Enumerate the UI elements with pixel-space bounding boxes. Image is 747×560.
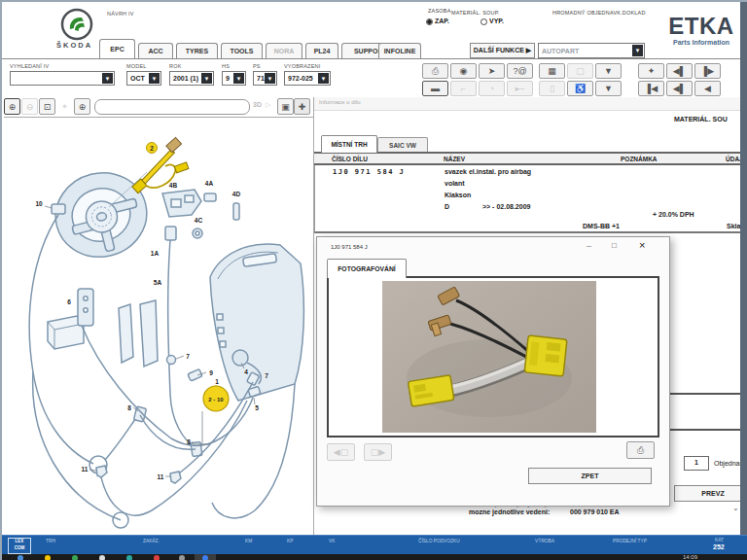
callout-label[interactable]: 7 <box>186 353 190 360</box>
callout-label[interactable]: 4D <box>232 191 241 197</box>
tab-mistni-trh[interactable]: MÍSTNÍ TRH <box>321 135 377 153</box>
taskbar-icon[interactable] <box>202 555 208 560</box>
chevron-down-icon[interactable]: ⌄ <box>732 504 739 512</box>
vyhledani-select[interactable]: ▼ <box>10 71 115 86</box>
page-fwd-button[interactable]: ▐▶ <box>694 63 721 79</box>
tab-tools[interactable]: TOOLS <box>221 43 263 58</box>
taskbar[interactable]: 14:09 <box>2 554 747 560</box>
callout-label[interactable]: 11 <box>158 473 164 480</box>
part-table-row[interactable]: 1J0 971 584 J svazek el.instal. pro airb… <box>314 165 744 233</box>
ps-select[interactable]: 71▼ <box>253 71 277 86</box>
connector-button[interactable]: ▯ <box>539 81 565 96</box>
callout-label[interactable]: 9 <box>209 369 213 376</box>
chevron-down-icon[interactable]: ▼ <box>233 73 244 84</box>
callout-label[interactable]: 1 <box>215 378 219 385</box>
accessibility-button[interactable]: ♿ <box>567 81 593 96</box>
zap-radio[interactable]: ZAP. <box>426 18 449 25</box>
taskbar-icon[interactable] <box>179 555 185 560</box>
tab-epc[interactable]: EPC <box>99 39 135 58</box>
zoom-rect-button[interactable]: ⊡ <box>39 98 55 115</box>
monitor-button[interactable]: ▬ <box>422 81 448 96</box>
zoom-out-button[interactable]: ⊖ <box>21 98 38 115</box>
elsa-button[interactable]: ▦ <box>539 63 565 79</box>
photo-popup-window[interactable]: 1J0 971 584 J – □ × FOTOGRAFOVÁNÍ <box>316 236 670 507</box>
chevron-down-icon[interactable]: ▼ <box>201 73 212 84</box>
highlight-label[interactable]: 2 - 10 <box>208 397 224 402</box>
rok-select[interactable]: 2001 (1)▼ <box>169 71 214 86</box>
photo-prev-button[interactable]: ◀▢ <box>327 443 355 461</box>
chevron-down-icon[interactable]: ▼ <box>265 73 275 84</box>
taskbar-icon[interactable] <box>99 555 105 560</box>
autopart-select[interactable]: AUTOPART ▼ <box>538 43 645 58</box>
callout-label[interactable]: 4C <box>195 217 203 224</box>
callout-label[interactable]: 4B <box>169 182 178 189</box>
print-button[interactable]: ⎙ <box>422 63 448 79</box>
callout-label[interactable]: 5 <box>255 404 259 411</box>
help-button[interactable]: ?@ <box>507 63 533 79</box>
magnifier-button[interactable]: ⊕ <box>74 98 90 115</box>
vyobrazeni-select[interactable]: 972-025▼ <box>284 71 331 86</box>
chevron-down-icon[interactable]: ▼ <box>149 73 160 84</box>
tab-infoline[interactable]: INFOLINE <box>378 43 421 58</box>
catalog-button[interactable]: ▢ <box>567 63 593 79</box>
chevron-down-icon[interactable]: ▼ <box>318 73 329 84</box>
nav-back-button[interactable]: ◀ <box>694 81 721 96</box>
taskbar-icon[interactable] <box>154 555 160 560</box>
vyp-radio[interactable]: VYP. <box>480 18 504 25</box>
hs-select[interactable]: 9▼ <box>222 71 246 86</box>
close-button[interactable]: × <box>639 239 645 251</box>
maximize-button[interactable]: □ <box>612 241 617 250</box>
callout-label[interactable]: 10 <box>35 200 43 207</box>
zoom-slider[interactable] <box>94 99 250 115</box>
tab-pl24[interactable]: PL24 <box>305 43 338 58</box>
cart-button[interactable]: ▼ <box>595 81 622 96</box>
taskbar-icon[interactable] <box>126 555 132 560</box>
zoom-target-button[interactable]: ⌖ <box>56 98 73 115</box>
page-back-button[interactable]: ◀▌ <box>666 63 693 79</box>
callout-label[interactable]: 11 <box>82 466 89 472</box>
tab-saic-vw[interactable]: SAIC VW <box>377 137 428 153</box>
tab-fotografovani[interactable]: FOTOGRAFOVÁNÍ <box>327 259 407 278</box>
prevz-button[interactable]: PREVZ <box>674 485 747 502</box>
photo-next-button[interactable]: ▢▶ <box>364 443 392 461</box>
tab-nora[interactable]: NORA <box>266 43 302 58</box>
minimize-button[interactable]: – <box>587 241 591 251</box>
nav-first-button[interactable]: ▐◀ <box>638 81 664 96</box>
diagram-panel[interactable]: 2 10 4B 4A 4D 4C 6 1A 5A 7 9 1 2 - 10 4 … <box>4 117 313 534</box>
taskbar-clock[interactable]: 14:09 <box>683 554 697 560</box>
callout-label[interactable]: 8 <box>127 404 131 411</box>
order-qty-input[interactable]: 1 <box>684 456 709 471</box>
callout-label[interactable]: 5A <box>154 279 162 286</box>
history-button[interactable]: ◔ <box>479 81 505 96</box>
model-select[interactable]: OCT▼ <box>126 71 161 86</box>
play-small-icon[interactable]: ▷ <box>266 101 270 109</box>
callout-label[interactable]: 6 <box>67 298 71 305</box>
taskbar-icon[interactable] <box>72 555 78 560</box>
pin-button[interactable]: ✦ <box>638 63 664 79</box>
zpet-button[interactable]: ZPET <box>528 468 652 484</box>
callout-label[interactable]: 1A <box>151 250 160 257</box>
callout-label[interactable]: 7 <box>265 372 268 379</box>
pan-button[interactable]: ✚ <box>294 98 310 115</box>
callout-label[interactable]: 2 <box>150 145 154 152</box>
callout-label[interactable]: 4 <box>244 368 248 375</box>
callout-label[interactable]: 4A <box>205 180 214 187</box>
chevron-down-icon[interactable]: ▼ <box>102 73 113 84</box>
callout-label[interactable]: 8 <box>187 438 191 445</box>
material-sou-link[interactable]: MATERIÁL. SOU <box>674 116 728 122</box>
cart-export-button[interactable]: ▼ <box>595 63 622 79</box>
chevron-down-icon[interactable]: ▼ <box>632 45 643 56</box>
nav-prev-button[interactable]: ◀▌ <box>666 81 693 96</box>
send-button[interactable]: ➤ <box>479 63 505 79</box>
key-button[interactable]: ⌐ <box>450 81 477 96</box>
taskbar-icon[interactable] <box>45 555 51 560</box>
tab-acc[interactable]: ACC <box>138 43 173 58</box>
tile-view-button[interactable]: ▣ <box>277 98 294 115</box>
taskbar-icon[interactable] <box>18 555 23 560</box>
dalsi-funkce-button[interactable]: DALŠÍ FUNKCE ▶ <box>470 43 535 58</box>
user-search-button[interactable]: ◉ <box>450 63 477 79</box>
airbag-harness-highlight[interactable] <box>132 137 189 192</box>
photo-print-button[interactable]: ⎙ <box>626 441 655 459</box>
tab-tyres[interactable]: TYRES <box>176 43 218 58</box>
play-button[interactable]: ▸– <box>507 81 533 96</box>
